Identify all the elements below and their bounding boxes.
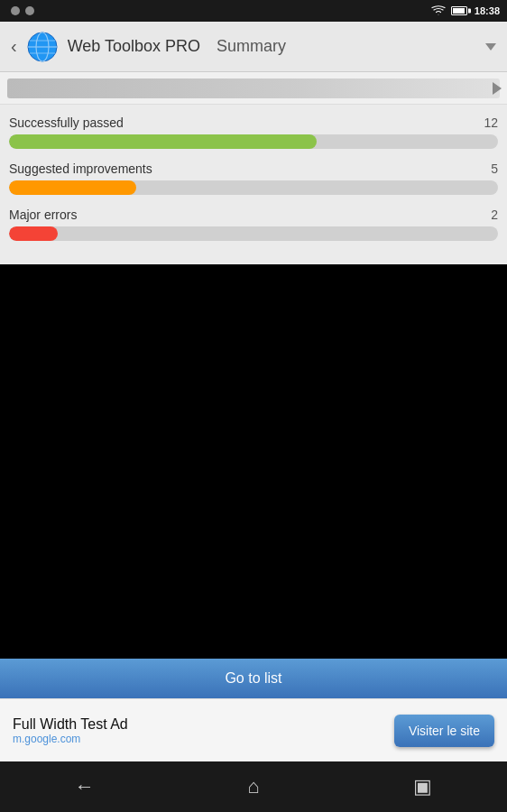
visit-site-button[interactable]: Visiter le site <box>394 715 494 747</box>
bar-track-1 <box>9 180 498 195</box>
ad-title: Full Width Test Ad <box>13 716 128 733</box>
app-bar: ‹ Web Toolbox PRO Summary <box>0 22 507 72</box>
stat-count-0: 12 <box>484 115 498 130</box>
dropdown-icon <box>485 43 496 51</box>
svg-marker-5 <box>485 43 496 51</box>
stat-row-1: Suggested improvements 5 <box>9 161 498 195</box>
stat-header-2: Major errors 2 <box>9 208 498 222</box>
bar-track-2 <box>9 226 498 241</box>
nav-bar: ← ⌂ ▣ <box>0 761 507 812</box>
notification-icon <box>11 6 20 15</box>
stat-label-1: Suggested improvements <box>9 161 152 176</box>
recent-nav-button[interactable]: ▣ <box>386 761 458 812</box>
battery-icon <box>451 6 467 15</box>
bar-fill-0 <box>9 134 317 149</box>
wifi-icon <box>431 5 446 16</box>
url-bar <box>0 72 507 105</box>
bar-track-0 <box>9 134 498 149</box>
stat-count-1: 5 <box>491 161 498 176</box>
bar-fill-1 <box>9 180 136 195</box>
notification-icon2 <box>25 6 34 15</box>
stat-count-2: 2 <box>491 208 498 222</box>
back-nav-button[interactable]: ← <box>49 761 121 812</box>
bar-fill-2 <box>9 226 58 241</box>
main-content: Successfully passed 12 Suggested improve… <box>0 105 507 264</box>
app-title: Web Toolbox PRO <box>68 37 200 56</box>
ad-domain: m.google.com <box>13 733 128 745</box>
home-nav-button[interactable]: ⌂ <box>217 761 290 812</box>
go-to-list-button[interactable]: Go to list <box>0 659 507 698</box>
stat-label-2: Major errors <box>9 208 77 222</box>
app-subtitle: Summary <box>217 37 286 56</box>
status-bar-left <box>7 6 426 15</box>
status-time: 18:38 <box>475 5 500 16</box>
ad-area: Full Width Test Ad m.google.com Visiter … <box>0 698 507 761</box>
stat-row-0: Successfully passed 12 <box>9 115 498 149</box>
stat-row-2: Major errors 2 <box>9 208 498 241</box>
stat-label-0: Successfully passed <box>9 115 124 130</box>
back-button[interactable]: ‹ <box>11 36 17 57</box>
stat-header-1: Suggested improvements 5 <box>9 161 498 176</box>
ad-text-block: Full Width Test Ad m.google.com <box>13 716 128 745</box>
url-text <box>7 78 500 98</box>
status-bar: 18:38 <box>0 0 507 22</box>
app-icon <box>26 31 59 63</box>
stat-header-0: Successfully passed 12 <box>9 115 498 130</box>
url-arrow <box>493 82 502 95</box>
